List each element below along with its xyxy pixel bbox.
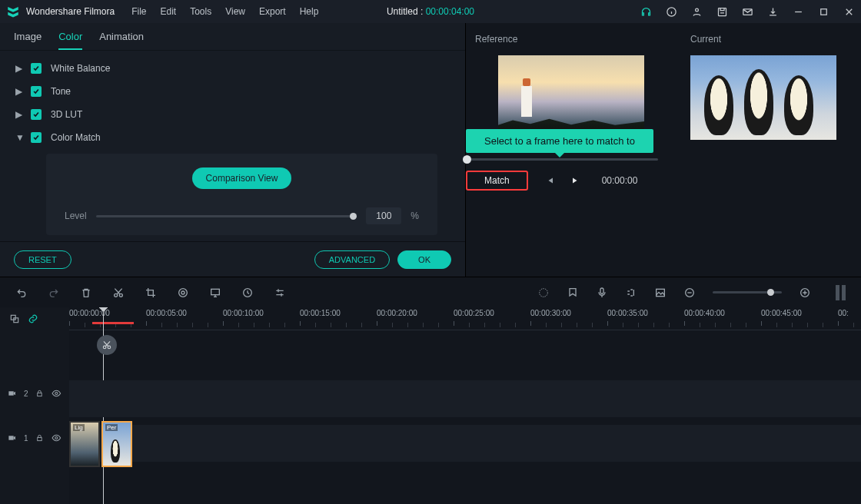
- ruler-tick: 00:00:05:00: [146, 309, 187, 317]
- tab-color[interactable]: Color: [58, 31, 82, 50]
- section-3d-lut[interactable]: ▶ 3D LUT: [12, 103, 453, 126]
- comparison-view-button[interactable]: Comparison View: [192, 167, 292, 189]
- zoom-in-icon[interactable]: [799, 287, 811, 299]
- tab-animation[interactable]: Animation: [99, 31, 144, 50]
- svg-point-8: [181, 291, 184, 294]
- caret-right-icon: ▶: [15, 86, 22, 97]
- caret-down-icon: ▼: [15, 132, 22, 143]
- level-value[interactable]: 100: [366, 207, 401, 224]
- timeline-toolbar: [0, 277, 861, 307]
- save-icon[interactable]: [716, 6, 728, 18]
- download-icon[interactable]: [767, 6, 779, 18]
- clip-penguins[interactable]: Per: [101, 421, 132, 467]
- mail-icon[interactable]: [742, 6, 753, 18]
- zoom-slider[interactable]: [713, 291, 782, 293]
- section-tone[interactable]: ▶ Tone: [12, 80, 453, 103]
- svg-rect-22: [38, 438, 42, 441]
- close-icon[interactable]: [843, 6, 855, 18]
- timeline-ruler[interactable]: 00:00:00:0000:00:05:0000:00:10:0000:00:1…: [69, 307, 861, 330]
- reference-seek-bar[interactable]: [466, 158, 658, 161]
- marker-icon[interactable]: [567, 287, 579, 299]
- app-name: Wondershare Filmora: [26, 6, 115, 17]
- zoom-out-icon[interactable]: [683, 287, 696, 299]
- document-title: Untitled : 00:00:04:00: [387, 6, 474, 17]
- menu-file[interactable]: File: [131, 6, 146, 17]
- current-label: Current: [690, 34, 852, 45]
- lock-icon[interactable]: [35, 433, 44, 443]
- level-slider[interactable]: [96, 215, 357, 217]
- checkbox-tone[interactable]: [31, 86, 42, 97]
- auto-enhance-icon[interactable]: [537, 287, 550, 299]
- section-color-match[interactable]: ▼ Color Match: [12, 126, 453, 149]
- prev-frame-icon[interactable]: [545, 176, 554, 185]
- settings-sliders-icon[interactable]: [274, 287, 286, 299]
- range-marker: [92, 322, 134, 324]
- match-button[interactable]: Match: [466, 171, 528, 191]
- svg-rect-2: [719, 8, 726, 15]
- mic-icon[interactable]: [596, 287, 608, 299]
- audio-meter: [836, 285, 846, 300]
- reset-button[interactable]: RESET: [14, 250, 71, 269]
- redo-icon[interactable]: [48, 287, 60, 299]
- undo-icon[interactable]: [15, 287, 28, 299]
- properties-panel: Image Color Animation ▶ White Balance ▶ …: [0, 23, 465, 277]
- delete-icon[interactable]: [80, 287, 92, 299]
- menu-tools[interactable]: Tools: [190, 6, 211, 17]
- account-icon[interactable]: [691, 6, 703, 18]
- ok-button[interactable]: OK: [397, 250, 451, 269]
- ruler-tick: 00:00:25:00: [454, 309, 494, 317]
- match-tooltip: Select to a frame here to match to: [466, 129, 653, 153]
- eye-icon[interactable]: [52, 433, 62, 443]
- ruler-tick: 00:00:10:00: [223, 309, 264, 317]
- svg-point-11: [540, 288, 548, 297]
- ruler-tick: 00:00:30:00: [530, 309, 571, 317]
- svg-point-20: [55, 392, 58, 394]
- monitor-icon[interactable]: [209, 287, 221, 299]
- audio-mix-icon[interactable]: [625, 287, 637, 299]
- crop-icon[interactable]: [145, 287, 157, 299]
- headphones-icon[interactable]: [640, 6, 652, 18]
- menu-help[interactable]: Help: [300, 6, 319, 17]
- clip-lighthouse[interactable]: Lig: [69, 421, 100, 467]
- clip-1-label: Lig: [73, 424, 85, 431]
- track-row-1[interactable]: [69, 425, 861, 462]
- label-level-unit: %: [411, 211, 419, 221]
- overlap-icon[interactable]: [9, 313, 20, 324]
- minimise-icon[interactable]: [793, 6, 804, 18]
- section-white-balance[interactable]: ▶ White Balance: [12, 57, 453, 80]
- image-icon[interactable]: [654, 287, 667, 299]
- checkbox-3d-lut[interactable]: [31, 109, 42, 120]
- menu-view[interactable]: View: [225, 6, 245, 17]
- info-icon[interactable]: [666, 6, 677, 18]
- link-icon[interactable]: [28, 313, 38, 324]
- tab-image[interactable]: Image: [14, 31, 42, 50]
- track-header-1: 1: [0, 419, 69, 456]
- reference-image: [498, 55, 644, 140]
- clip-2-label: Per: [105, 424, 118, 431]
- svg-point-23: [55, 436, 58, 439]
- track-header-2: 2: [0, 375, 69, 412]
- ruler-tick: 00:00:40:00: [684, 309, 725, 317]
- color-wheel-icon[interactable]: [177, 287, 189, 299]
- menu-export[interactable]: Export: [259, 6, 286, 17]
- label-white-balance: White Balance: [51, 63, 110, 74]
- speed-icon[interactable]: [241, 287, 254, 299]
- scissor-handle[interactable]: [97, 335, 117, 355]
- track-row-2[interactable]: [69, 380, 861, 417]
- panel-tabs: Image Color Animation: [0, 23, 465, 51]
- cut-icon[interactable]: [112, 287, 125, 299]
- eye-icon[interactable]: [52, 388, 62, 399]
- reference-timecode: 00:00:00: [602, 175, 638, 186]
- lock-icon[interactable]: [35, 389, 44, 398]
- advanced-button[interactable]: ADVANCED: [314, 250, 390, 269]
- menu-edit[interactable]: Edit: [161, 6, 177, 17]
- svg-rect-4: [821, 8, 827, 15]
- timeline-tracks[interactable]: 00:00:00:0000:00:05:0000:00:10:0000:00:1…: [69, 307, 861, 504]
- svg-rect-9: [211, 289, 220, 294]
- video-track-icon: [8, 389, 16, 398]
- checkbox-color-match[interactable]: [31, 132, 42, 143]
- next-frame-icon[interactable]: [571, 176, 580, 185]
- reference-label: Reference: [475, 34, 667, 45]
- maximise-icon[interactable]: [818, 6, 829, 18]
- checkbox-white-balance[interactable]: [31, 63, 42, 74]
